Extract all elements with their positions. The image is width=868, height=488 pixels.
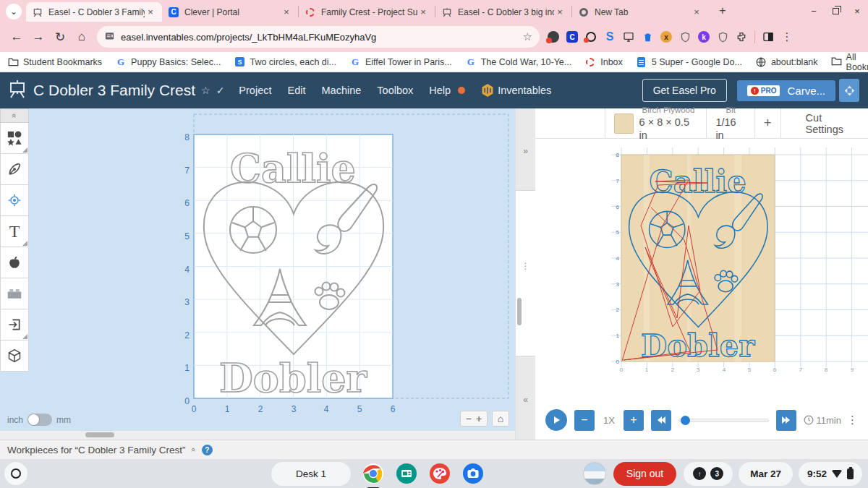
bookmark-two-circles[interactable]: STwo circles, each di... xyxy=(234,56,336,68)
timeline-handle[interactable] xyxy=(681,416,690,425)
timeline-slider[interactable] xyxy=(678,419,769,422)
tab-search-button[interactable]: ⌄ xyxy=(6,4,22,20)
bookmark-cold-war[interactable]: GThe Cold War, 10-Ye... xyxy=(465,56,572,68)
reload-button[interactable]: ↻ xyxy=(49,26,71,48)
design-canvas[interactable]: Callie xyxy=(0,108,515,431)
desk-button[interactable]: Desk 1 xyxy=(271,462,351,486)
extension-shield-icon[interactable] xyxy=(676,26,694,48)
browser-menu-icon[interactable]: ⋮ xyxy=(778,26,796,48)
get-easel-pro-button[interactable]: Get Easel Pro xyxy=(642,79,727,102)
menu-project[interactable]: Project xyxy=(239,85,271,96)
teal-app-icon[interactable] xyxy=(394,461,419,486)
cut-settings-button[interactable]: Cut Settings xyxy=(780,108,868,138)
camera-app-icon[interactable] xyxy=(461,461,485,486)
zoom-in-button[interactable]: + xyxy=(476,413,482,424)
speed-increase-button[interactable]: + xyxy=(624,410,644,431)
3d-view-tool[interactable] xyxy=(0,341,29,372)
menu-machine[interactable]: Machine xyxy=(322,85,362,96)
close-window-button[interactable]: × xyxy=(846,0,868,22)
inventables-brand[interactable]: Inventables xyxy=(481,83,567,98)
text-tool[interactable]: T xyxy=(0,216,29,247)
tab-easel-family-crest[interactable]: Easel - C Dobler 3 Family Cre × xyxy=(26,2,162,22)
extension-shield2-icon[interactable] xyxy=(713,26,732,48)
skip-to-start-button[interactable] xyxy=(651,410,671,431)
menu-edit[interactable]: Edit xyxy=(288,85,306,96)
favorite-star-icon[interactable]: ☆ xyxy=(201,85,210,96)
extension-trash-icon[interactable] xyxy=(638,26,657,48)
collapse-toolbar-button[interactable]: « xyxy=(0,108,29,123)
avatar[interactable] xyxy=(583,462,606,485)
help-icon[interactable]: ? xyxy=(202,445,213,455)
pen-tool[interactable] xyxy=(0,154,29,185)
close-icon[interactable]: × xyxy=(554,7,566,18)
extension-s-icon[interactable]: S xyxy=(600,26,619,48)
drag-handle-icon[interactable]: ⋮ xyxy=(522,265,530,267)
chrome-app-icon[interactable] xyxy=(361,461,386,486)
import-tool[interactable] xyxy=(0,309,29,341)
playbar-menu-icon[interactable]: ⋮ xyxy=(847,414,858,427)
extension-pin-icon[interactable] xyxy=(544,26,563,48)
carve-button[interactable]: !PRO Carve... xyxy=(737,80,835,101)
home-button[interactable]: ⌂ xyxy=(71,26,93,48)
tab-clever-portal[interactable]: C Clever | Portal × xyxy=(162,2,298,22)
extension-coin-icon[interactable]: x xyxy=(657,26,676,48)
minimize-button[interactable]: − xyxy=(803,0,825,22)
tab-family-crest-submission[interactable]: Family Crest - Project Submis × xyxy=(299,2,435,22)
sign-out-button[interactable]: Sign out xyxy=(613,462,676,486)
expand-right-panel-button[interactable]: » xyxy=(516,108,535,191)
zoom-out-button[interactable]: − xyxy=(466,413,472,424)
status-tray[interactable]: 9:52 xyxy=(799,462,862,486)
address-bar[interactable]: easel.inventables.com/projects/_LkTbHM4a… xyxy=(97,26,540,48)
bookmark-5-super[interactable]: 5 Super - Google Do... xyxy=(636,56,742,68)
bookmark-eiffel-tower[interactable]: GEiffel Tower in Paris... xyxy=(349,56,452,68)
extension-clever-icon[interactable]: C xyxy=(563,26,582,48)
close-icon[interactable]: × xyxy=(417,7,429,18)
extension-target-icon[interactable] xyxy=(582,26,600,48)
menu-toolbox[interactable]: Toolbox xyxy=(377,85,413,96)
canvas-horizontal-scrollbar[interactable] xyxy=(0,431,515,440)
material-blocks-tool[interactable] xyxy=(0,278,29,309)
date-display[interactable]: Mar 27 xyxy=(739,462,793,486)
bookmark-about-blank[interactable]: about:blank xyxy=(755,56,818,68)
carve-preview[interactable]: 8 7 6 5 4 3 2 1 0 0 1 2 3 4 5 6 xyxy=(535,139,868,411)
close-icon[interactable]: × xyxy=(281,7,292,18)
bit-selector[interactable]: Bit 1/16 in xyxy=(706,108,754,138)
close-icon[interactable]: × xyxy=(145,7,156,18)
forward-button[interactable]: → xyxy=(27,26,49,48)
speed-decrease-button[interactable]: − xyxy=(574,410,595,431)
scrollbar-thumb[interactable] xyxy=(85,432,114,437)
canvas-vertical-scrollbar[interactable] xyxy=(517,298,522,325)
restore-button[interactable] xyxy=(825,0,846,22)
drill-tool[interactable] xyxy=(0,185,29,216)
project-title[interactable]: C Dobler 3 Family Crest xyxy=(33,82,195,99)
play-button[interactable] xyxy=(545,409,567,431)
skip-to-end-button[interactable] xyxy=(776,410,796,431)
fullscreen-arrows-button[interactable] xyxy=(839,79,859,102)
new-tab-button[interactable]: + xyxy=(714,2,731,20)
close-icon[interactable]: × xyxy=(691,7,702,18)
extension-monitor-icon[interactable] xyxy=(619,26,638,48)
tab-easel-big-inch[interactable]: Easel - C Dobler 3 big inch × xyxy=(435,2,571,22)
menu-help[interactable]: Help xyxy=(429,85,451,96)
launcher-button[interactable] xyxy=(4,462,27,485)
canvas-paint-app-icon[interactable] xyxy=(427,461,452,486)
unit-toggle-switch[interactable] xyxy=(27,414,52,426)
shapes-tool[interactable] xyxy=(0,123,29,154)
bookmark-student-bookmarks[interactable]: Student Bookmarks xyxy=(7,56,102,68)
side-panel-icon[interactable] xyxy=(759,26,778,48)
bookmark-star-icon[interactable]: ☆ xyxy=(523,30,532,43)
expand-workpieces-icon[interactable]: « xyxy=(190,448,198,452)
all-bookmarks[interactable]: All Bookmarks xyxy=(831,52,868,72)
material-selector[interactable]: Birch Plywood 6 × 8 × 0.5 in xyxy=(605,108,707,138)
extensions-puzzle-icon[interactable] xyxy=(732,26,751,48)
back-button[interactable]: ← xyxy=(6,26,27,48)
add-bit-button[interactable]: + xyxy=(754,108,780,138)
tab-new-tab[interactable]: New Tab × xyxy=(572,2,708,22)
notifications-pill[interactable]: ↑ 3 xyxy=(684,462,733,486)
bookmark-puppy-basics[interactable]: GPuppy Basics: Selec... xyxy=(115,56,221,68)
collapse-right-panel-button[interactable]: « xyxy=(516,356,535,440)
extension-kami-icon[interactable]: k xyxy=(694,26,713,48)
site-info-icon[interactable] xyxy=(104,30,115,44)
apps-tool[interactable] xyxy=(0,247,29,278)
zoom-home-button[interactable]: ⌂ xyxy=(492,411,509,427)
